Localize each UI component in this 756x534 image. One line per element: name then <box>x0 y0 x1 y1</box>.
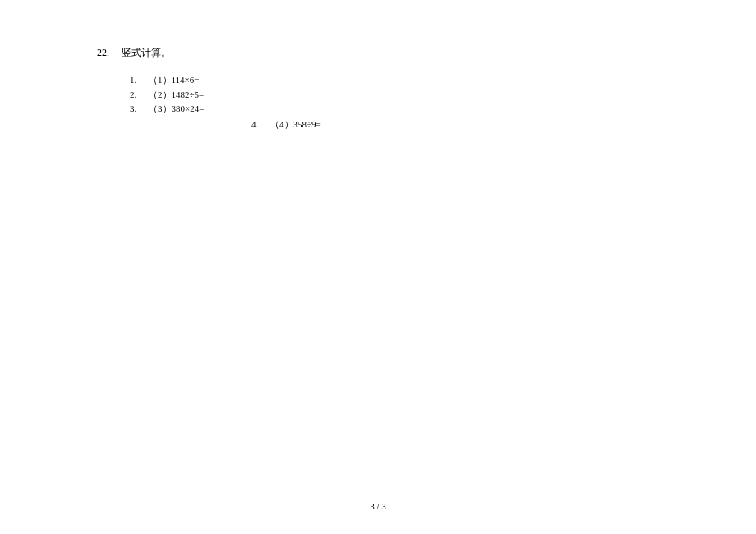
item-number: 1. <box>130 73 136 87</box>
section-number: 22. <box>97 47 109 59</box>
item-text: （1）114×6= <box>149 73 200 87</box>
list-item: 2. （2）1482÷5= <box>130 88 756 102</box>
item-text: （3）380×24= <box>149 102 204 116</box>
item-number: 3. <box>130 102 136 116</box>
item-number: 4. <box>251 117 258 131</box>
list-item: 4. （4）358÷9= <box>130 117 756 131</box>
item-text: （2）1482÷5= <box>149 88 204 102</box>
item-text: （4）358÷9= <box>270 117 321 131</box>
list-item: 1. （1）114×6= <box>130 73 756 87</box>
list-item: 3. （3）380×24= <box>130 102 756 116</box>
page-footer: 3 / 3 <box>0 501 756 511</box>
page-number: 3 / 3 <box>370 501 386 511</box>
problem-list: 1. （1）114×6= 2. （2）1482÷5= 3. （3）380×24=… <box>97 73 756 131</box>
item-number: 2. <box>130 88 136 102</box>
page-content: 22. 竖式计算。 1. （1）114×6= 2. （2）1482÷5= 3. … <box>0 0 756 131</box>
section-title: 竖式计算。 <box>122 46 171 60</box>
section-header: 22. 竖式计算。 <box>97 46 756 60</box>
